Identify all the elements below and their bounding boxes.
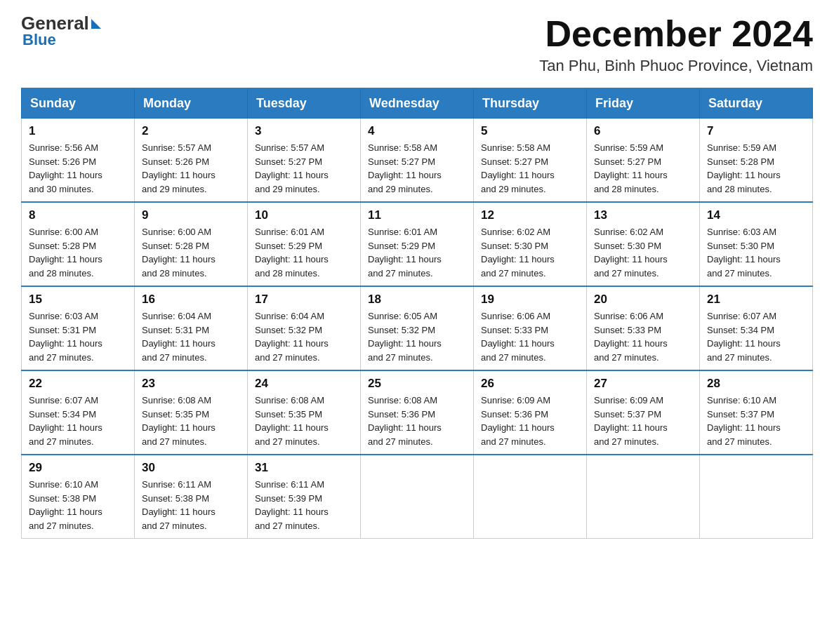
weekday-header-saturday: Saturday [700,88,813,119]
calendar-cell: 6Sunrise: 5:59 AMSunset: 5:27 PMDaylight… [587,119,700,203]
weekday-header-sunday: Sunday [22,88,135,119]
day-info: Sunrise: 6:01 AMSunset: 5:29 PMDaylight:… [368,225,466,280]
day-number: 16 [142,293,240,307]
day-info: Sunrise: 6:00 AMSunset: 5:28 PMDaylight:… [29,225,127,280]
calendar-cell: 11Sunrise: 6:01 AMSunset: 5:29 PMDayligh… [361,202,474,286]
day-info: Sunrise: 6:06 AMSunset: 5:33 PMDaylight:… [481,309,579,364]
day-info: Sunrise: 6:01 AMSunset: 5:29 PMDaylight:… [255,225,353,280]
day-info: Sunrise: 6:08 AMSunset: 5:35 PMDaylight:… [142,394,240,448]
day-info: Sunrise: 6:03 AMSunset: 5:30 PMDaylight:… [707,225,805,280]
day-number: 1 [29,124,127,138]
day-number: 14 [707,208,805,222]
calendar-week-row: 8Sunrise: 6:00 AMSunset: 5:28 PMDaylight… [22,202,813,286]
calendar-cell: 24Sunrise: 6:08 AMSunset: 5:35 PMDayligh… [248,370,361,455]
day-number: 22 [29,377,127,391]
day-info: Sunrise: 6:07 AMSunset: 5:34 PMDaylight:… [29,394,127,448]
day-number: 15 [29,293,127,307]
day-number: 12 [481,208,579,222]
month-title: December 2024 [539,14,813,54]
day-number: 7 [707,124,805,138]
day-number: 19 [481,293,579,307]
calendar-cell: 26Sunrise: 6:09 AMSunset: 5:36 PMDayligh… [474,370,587,455]
day-info: Sunrise: 6:07 AMSunset: 5:34 PMDaylight:… [707,309,805,364]
location-label: Tan Phu, Binh Phuoc Province, Vietnam [539,57,813,75]
day-info: Sunrise: 6:09 AMSunset: 5:36 PMDaylight:… [481,394,579,448]
calendar-cell: 3Sunrise: 5:57 AMSunset: 5:27 PMDaylight… [248,119,361,203]
day-number: 23 [142,377,240,391]
day-info: Sunrise: 6:02 AMSunset: 5:30 PMDaylight:… [481,225,579,280]
day-number: 3 [255,124,353,138]
calendar-week-row: 29Sunrise: 6:10 AMSunset: 5:38 PMDayligh… [22,455,813,539]
day-info: Sunrise: 5:58 AMSunset: 5:27 PMDaylight:… [368,141,466,196]
day-info: Sunrise: 5:57 AMSunset: 5:26 PMDaylight:… [142,141,240,196]
day-number: 27 [594,377,692,391]
day-info: Sunrise: 6:09 AMSunset: 5:37 PMDaylight:… [594,394,692,448]
day-info: Sunrise: 6:11 AMSunset: 5:39 PMDaylight:… [255,478,353,532]
page-header: General Blue December 2024 Tan Phu, Binh… [21,14,813,75]
weekday-header-tuesday: Tuesday [248,88,361,119]
day-info: Sunrise: 6:03 AMSunset: 5:31 PMDaylight:… [29,309,127,364]
calendar-cell: 21Sunrise: 6:07 AMSunset: 5:34 PMDayligh… [700,286,813,370]
calendar-cell: 27Sunrise: 6:09 AMSunset: 5:37 PMDayligh… [587,370,700,455]
day-number: 8 [29,208,127,222]
day-info: Sunrise: 5:56 AMSunset: 5:26 PMDaylight:… [29,141,127,196]
day-number: 28 [707,377,805,391]
day-info: Sunrise: 6:10 AMSunset: 5:38 PMDaylight:… [29,478,127,532]
calendar-cell: 9Sunrise: 6:00 AMSunset: 5:28 PMDaylight… [135,202,248,286]
logo[interactable]: General Blue [21,14,101,49]
day-number: 11 [368,208,466,222]
calendar-cell: 14Sunrise: 6:03 AMSunset: 5:30 PMDayligh… [700,202,813,286]
day-number: 20 [594,293,692,307]
calendar-cell: 31Sunrise: 6:11 AMSunset: 5:39 PMDayligh… [248,455,361,539]
day-info: Sunrise: 6:08 AMSunset: 5:35 PMDaylight:… [255,394,353,448]
day-number: 24 [255,377,353,391]
calendar-cell: 12Sunrise: 6:02 AMSunset: 5:30 PMDayligh… [474,202,587,286]
day-number: 6 [594,124,692,138]
calendar-cell: 15Sunrise: 6:03 AMSunset: 5:31 PMDayligh… [22,286,135,370]
day-number: 10 [255,208,353,222]
day-info: Sunrise: 6:00 AMSunset: 5:28 PMDaylight:… [142,225,240,280]
calendar-cell: 23Sunrise: 6:08 AMSunset: 5:35 PMDayligh… [135,370,248,455]
calendar-cell [474,455,587,539]
title-section: December 2024 Tan Phu, Binh Phuoc Provin… [539,14,813,75]
calendar-week-row: 1Sunrise: 5:56 AMSunset: 5:26 PMDaylight… [22,119,813,203]
day-info: Sunrise: 6:06 AMSunset: 5:33 PMDaylight:… [594,309,692,364]
calendar-cell [587,455,700,539]
day-number: 29 [29,461,127,475]
calendar-cell: 25Sunrise: 6:08 AMSunset: 5:36 PMDayligh… [361,370,474,455]
weekday-header-monday: Monday [135,88,248,119]
calendar-cell: 4Sunrise: 5:58 AMSunset: 5:27 PMDaylight… [361,119,474,203]
day-number: 5 [481,124,579,138]
day-info: Sunrise: 6:04 AMSunset: 5:32 PMDaylight:… [255,309,353,364]
day-info: Sunrise: 6:11 AMSunset: 5:38 PMDaylight:… [142,478,240,532]
calendar-cell [361,455,474,539]
day-number: 25 [368,377,466,391]
day-info: Sunrise: 6:05 AMSunset: 5:32 PMDaylight:… [368,309,466,364]
logo-blue-text: Blue [22,31,56,49]
calendar-week-row: 15Sunrise: 6:03 AMSunset: 5:31 PMDayligh… [22,286,813,370]
calendar-cell [700,455,813,539]
calendar-cell: 17Sunrise: 6:04 AMSunset: 5:32 PMDayligh… [248,286,361,370]
calendar-cell: 19Sunrise: 6:06 AMSunset: 5:33 PMDayligh… [474,286,587,370]
day-info: Sunrise: 6:10 AMSunset: 5:37 PMDaylight:… [707,394,805,448]
day-number: 26 [481,377,579,391]
day-number: 17 [255,293,353,307]
calendar-cell: 2Sunrise: 5:57 AMSunset: 5:26 PMDaylight… [135,119,248,203]
day-info: Sunrise: 6:08 AMSunset: 5:36 PMDaylight:… [368,394,466,448]
calendar-cell: 29Sunrise: 6:10 AMSunset: 5:38 PMDayligh… [22,455,135,539]
day-info: Sunrise: 5:59 AMSunset: 5:28 PMDaylight:… [707,141,805,196]
calendar-cell: 8Sunrise: 6:00 AMSunset: 5:28 PMDaylight… [22,202,135,286]
weekday-header-friday: Friday [587,88,700,119]
calendar-week-row: 22Sunrise: 6:07 AMSunset: 5:34 PMDayligh… [22,370,813,455]
day-number: 9 [142,208,240,222]
day-number: 30 [142,461,240,475]
calendar-cell: 20Sunrise: 6:06 AMSunset: 5:33 PMDayligh… [587,286,700,370]
calendar-cell: 5Sunrise: 5:58 AMSunset: 5:27 PMDaylight… [474,119,587,203]
day-info: Sunrise: 5:57 AMSunset: 5:27 PMDaylight:… [255,141,353,196]
day-number: 31 [255,461,353,475]
day-number: 18 [368,293,466,307]
calendar-cell: 18Sunrise: 6:05 AMSunset: 5:32 PMDayligh… [361,286,474,370]
calendar-cell: 13Sunrise: 6:02 AMSunset: 5:30 PMDayligh… [587,202,700,286]
calendar-header-row: SundayMondayTuesdayWednesdayThursdayFrid… [22,88,813,119]
day-number: 21 [707,293,805,307]
